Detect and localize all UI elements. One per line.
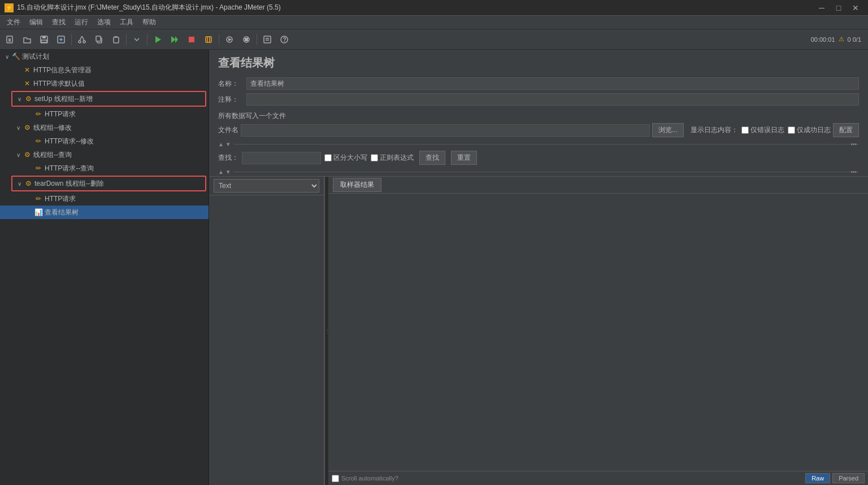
case-sensitive-checkbox[interactable]	[324, 154, 332, 161]
menu-file[interactable]: 文件	[2, 16, 25, 28]
name-input[interactable]	[246, 77, 859, 90]
toggle-test-plan[interactable]: ∨	[2, 54, 11, 60]
raw-button[interactable]: Raw	[805, 473, 830, 483]
sampler-results-panel: 取样器结果 Scroll automatically? Raw Parsed	[328, 177, 868, 485]
setup-group-icon: ⚙	[24, 94, 33, 103]
remote-stop-button[interactable]	[238, 32, 254, 47]
collapse-arrow-top[interactable]: ▲ ▼	[218, 141, 231, 147]
tree-item-query-http[interactable]: ✏ HTTP请求--查询	[0, 161, 209, 175]
reset-button[interactable]: 重置	[451, 151, 477, 165]
tree-item-setup-http[interactable]: ✏ HTTP请求	[0, 107, 209, 121]
browse-button[interactable]: 浏览...	[652, 123, 684, 137]
tree-item-http-header[interactable]: ✕ HTTP信息头管理器	[0, 63, 209, 77]
tree-label-query-group: 线程组--查询	[33, 150, 72, 160]
close-button[interactable]: ✕	[848, 0, 863, 16]
save-button[interactable]	[36, 32, 52, 47]
copy-button[interactable]	[91, 32, 107, 47]
templates-button[interactable]	[259, 32, 275, 47]
tree-item-modify-group[interactable]: ∨ ⚙ 线程组--修改	[0, 121, 209, 134]
right-panel: 查看结果树 名称： 注释： 所有数据写入一个文件 文件名 浏览... 显示日志内…	[209, 50, 868, 485]
open-button[interactable]	[19, 32, 35, 47]
tree-label-teardown-http: HTTP请求	[45, 194, 76, 204]
help-button[interactable]: ?	[276, 32, 292, 47]
result-bottom-toolbar: Scroll automatically? Raw Parsed	[328, 471, 868, 485]
menu-help[interactable]: 帮助	[138, 16, 160, 28]
collapse-arrow-bottom[interactable]: ▲ ▼	[218, 169, 231, 175]
toggle-query-group[interactable]: ∨	[14, 152, 23, 158]
only-error-checkbox[interactable]	[741, 126, 749, 134]
svg-rect-26	[264, 36, 271, 43]
svg-marker-23	[228, 38, 232, 41]
menu-bar: 文件 编辑 查找 运行 选项 工具 帮助	[0, 16, 868, 29]
svg-rect-5	[42, 36, 46, 38]
timer-display: 00:00:01	[811, 36, 835, 43]
tree-item-result-tree[interactable]: 📊 查看结果树	[0, 206, 209, 219]
parsed-button[interactable]: Parsed	[832, 473, 865, 483]
toolbar: ? 00:00:01 ⚠ 0 0/1	[0, 29, 868, 50]
svg-line-10	[80, 36, 82, 41]
sampler-result-tab[interactable]: 取样器结果	[333, 178, 381, 192]
find-button[interactable]: 查找	[419, 151, 445, 165]
more-options-bottom[interactable]: •••	[850, 169, 857, 175]
tree-item-modify-http[interactable]: ✏ HTTP请求--修改	[0, 134, 209, 148]
tree-item-test-plan[interactable]: ∨ 🔨 测试计划	[0, 50, 209, 63]
regex-checkbox[interactable]	[371, 154, 378, 161]
run-counts: 0 0/1	[848, 36, 861, 43]
tree-label-setup-http: HTTP请求	[45, 110, 76, 119]
config-button[interactable]: 配置	[833, 123, 859, 137]
teardown-http-icon: ✏	[34, 194, 43, 203]
svg-rect-13	[96, 36, 101, 41]
panel-title: 查看结果树	[209, 50, 868, 75]
new-button[interactable]	[2, 32, 18, 47]
shutdown-button[interactable]	[201, 32, 216, 47]
start-button[interactable]	[150, 32, 166, 47]
menu-tools[interactable]: 工具	[115, 16, 138, 28]
only-success-checkbox[interactable]	[788, 126, 795, 134]
toggle-setup-group[interactable]: ∨	[15, 96, 24, 102]
case-sensitive-label[interactable]: 区分大小写	[324, 153, 367, 163]
scroll-auto-label[interactable]: Scroll automatically?	[332, 475, 398, 482]
toggle-teardown-group[interactable]: ∨	[15, 181, 24, 187]
save-template-button[interactable]	[53, 32, 69, 47]
remote-start-button[interactable]	[222, 32, 237, 47]
search-input[interactable]	[242, 152, 321, 164]
menu-options[interactable]: 选项	[93, 16, 115, 28]
only-success-label[interactable]: 仅成功日志	[788, 125, 831, 135]
tree-item-query-group[interactable]: ∨ ⚙ 线程组--查询	[0, 148, 209, 161]
teardown-group-icon: ⚙	[24, 179, 33, 188]
tree-item-teardown-http[interactable]: ✏ HTTP请求	[0, 192, 209, 206]
format-select[interactable]: Text RegExp Tester CSS/JQuery Tester XPa…	[214, 179, 319, 193]
app-icon: ⚡	[5, 3, 14, 12]
scroll-auto-checkbox[interactable]	[332, 475, 339, 482]
maximize-button[interactable]: □	[831, 0, 847, 16]
stop-button[interactable]	[184, 32, 199, 47]
tree-item-setup-group[interactable]: ∨ ⚙ setUp 线程组--新增	[12, 92, 205, 106]
name-section: 名称： 注释：	[209, 75, 868, 111]
comment-label: 注释：	[218, 95, 246, 104]
tree-label-teardown-group: tearDown 线程组--删除	[34, 179, 104, 189]
tree-item-http-defaults[interactable]: ✕ HTTP请求默认值	[0, 77, 209, 90]
format-content-area	[209, 195, 324, 485]
setup-http-icon: ✏	[34, 110, 43, 119]
tree-label-http-header: HTTP信息头管理器	[33, 65, 92, 75]
title-bar: ⚡ 15.自动化脚本设计.jmx (F:\JMeter_Study\15.自动化…	[0, 0, 868, 16]
paste-button[interactable]	[108, 32, 124, 47]
menu-run[interactable]: 运行	[70, 16, 93, 28]
start-no-pause-button[interactable]	[167, 32, 183, 47]
format-selector-row: Text RegExp Tester CSS/JQuery Tester XPa…	[209, 177, 324, 195]
tree-label-result-tree: 查看结果树	[45, 208, 79, 217]
display-log-label: 显示日志内容：	[691, 125, 738, 135]
file-input[interactable]	[241, 124, 650, 137]
menu-edit[interactable]: 编辑	[25, 16, 47, 28]
tree-item-teardown-group[interactable]: ∨ ⚙ tearDown 线程组--删除	[12, 177, 205, 190]
only-error-label[interactable]: 仅错误日志	[741, 125, 784, 135]
cut-button[interactable]	[74, 32, 90, 47]
minimize-button[interactable]: ─	[814, 0, 830, 16]
more-options-top[interactable]: •••	[850, 141, 857, 147]
regex-label[interactable]: 正则表达式	[371, 153, 414, 163]
expand-button[interactable]	[129, 32, 145, 47]
comment-input[interactable]	[246, 93, 859, 106]
menu-find[interactable]: 查找	[47, 16, 70, 28]
tree-label-modify-group: 线程组--修改	[33, 123, 72, 133]
toggle-modify-group[interactable]: ∨	[14, 125, 23, 131]
